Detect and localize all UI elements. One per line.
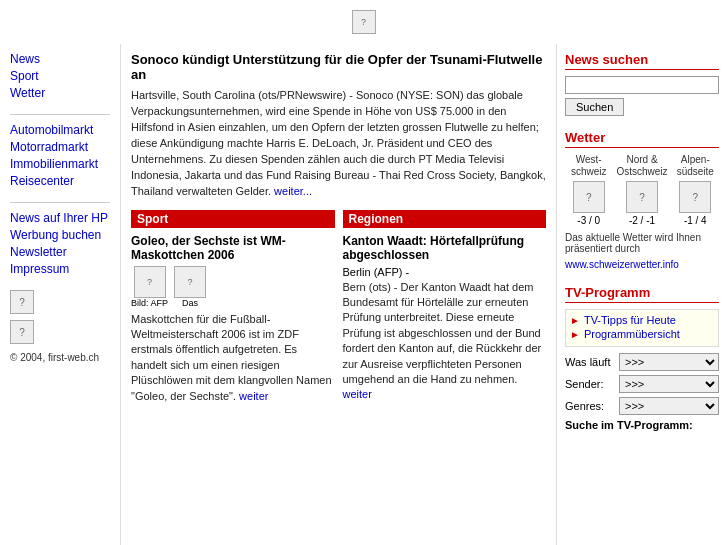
- sidebar-item-news-hp[interactable]: News auf Ihrer HP: [10, 211, 110, 225]
- tv-sender-select[interactable]: >>>: [619, 375, 719, 393]
- regions-section-header: Regionen: [343, 210, 547, 228]
- main-headline: Sonoco kündigt Unterstützung für die Opf…: [131, 52, 546, 82]
- sidebar-item-sport[interactable]: Sport: [10, 69, 110, 83]
- regions-body: Bern (ots) - Der Kanton Waadt hat dem Bu…: [343, 280, 547, 403]
- weather-temp-west: -3 / 0: [565, 215, 612, 226]
- sidebar-item-werbung[interactable]: Werbung buchen: [10, 228, 110, 242]
- sidebar-divider-1: [10, 114, 110, 115]
- main-body: Hartsville, South Carolina (ots/PRNewswi…: [131, 88, 546, 200]
- sidebar-nav-markets: Automobilmarkt Motorradmarkt Immobilienm…: [10, 123, 110, 188]
- tv-search-label: Suche im TV-Programm:: [565, 419, 719, 431]
- tv-genres-row: Genres: >>>: [565, 397, 719, 415]
- main-more-link[interactable]: weiter...: [274, 185, 312, 197]
- sport-image-2: ?: [174, 266, 206, 298]
- weather-note: Das aktuelle Wetter wird Ihnen präsentie…: [565, 232, 719, 254]
- sidebar-item-newsletter[interactable]: Newsletter: [10, 245, 110, 259]
- sidebar-item-impressum[interactable]: Impressum: [10, 262, 110, 276]
- tv-was-lauft-row: Was läuft >>>: [565, 353, 719, 371]
- sidebar-item-wetter[interactable]: Wetter: [10, 86, 110, 100]
- sidebar-item-motorradmarkt[interactable]: Motorradmarkt: [10, 140, 110, 154]
- sidebar-icon-1: ?: [10, 290, 34, 314]
- sport-image: ?: [134, 266, 166, 298]
- regions-subtitle: Berlin (AFP) -: [343, 266, 547, 278]
- weather-icon-nord: ?: [626, 181, 658, 213]
- tv-genres-label: Genres:: [565, 400, 615, 412]
- weather-cols: West-schweiz ? -3 / 0 Nord &Ostschweiz ?…: [565, 154, 719, 226]
- sport-more-link[interactable]: weiter: [239, 390, 268, 402]
- tv-was-lauft-select[interactable]: >>>: [619, 353, 719, 371]
- articles-row: Sport Goleo, der Sechste ist WM-Maskottc…: [131, 210, 546, 404]
- weather-label-west: West-schweiz: [565, 154, 612, 178]
- news-search-button[interactable]: Suchen: [565, 98, 624, 116]
- sidebar-nav-main: News Sport Wetter: [10, 52, 110, 100]
- sport-body: Maskottchen für die Fußball-Weltmeisters…: [131, 312, 335, 404]
- news-search-section: News suchen Suchen: [565, 52, 719, 116]
- tv-link-tipps-label[interactable]: TV-Tipps für Heute: [584, 314, 676, 326]
- regions-title: Kanton Waadt: Hörtefall­prüfung abgeschl…: [343, 234, 547, 262]
- sidebar: News Sport Wetter Automobilmarkt Motorra…: [0, 44, 120, 545]
- sidebar-nav-misc: News auf Ihrer HP Werbung buchen Newslet…: [10, 211, 110, 276]
- regions-article: Regionen Kanton Waadt: Hörtefall­prüfung…: [343, 210, 547, 404]
- weather-section: Wetter West-schweiz ? -3 / 0 Nord &Ostsc…: [565, 130, 719, 271]
- tv-section: TV-Programm ► TV-Tipps für Heute ► Progr…: [565, 285, 719, 431]
- sidebar-item-reisecenter[interactable]: Reisecenter: [10, 174, 110, 188]
- weather-icon-alpen: ?: [679, 181, 711, 213]
- weather-col-nord: Nord &Ostschweiz ? -2 / -1: [616, 154, 667, 226]
- sidebar-divider-2: [10, 202, 110, 203]
- weather-col-alpen: Alpen-südseite ? -1 / 4: [672, 154, 719, 226]
- sidebar-item-automobilmarkt[interactable]: Automobilmarkt: [10, 123, 110, 137]
- sport-article: Sport Goleo, der Sechste ist WM-Maskottc…: [131, 210, 335, 404]
- sport-img-row: ? Bild: AFP ? Das: [131, 266, 335, 308]
- tv-link-programm[interactable]: ► Programmübersicht: [570, 328, 714, 340]
- weather-title: Wetter: [565, 130, 719, 148]
- right-sidebar: News suchen Suchen Wetter West-schweiz ?…: [557, 44, 727, 545]
- sport-img-label: Das: [182, 298, 198, 308]
- copyright: © 2004, first-web.ch: [10, 352, 110, 363]
- sport-img-caption: Bild: AFP: [131, 298, 168, 308]
- weather-temp-alpen: -1 / 4: [672, 215, 719, 226]
- tv-links-box: ► TV-Tipps für Heute ► Programmübersicht: [565, 309, 719, 347]
- weather-link[interactable]: www.schweizerwetter.info: [565, 259, 679, 270]
- news-search-title: News suchen: [565, 52, 719, 70]
- tv-sender-label: Sender:: [565, 378, 615, 390]
- weather-col-west: West-schweiz ? -3 / 0: [565, 154, 612, 226]
- news-search-input[interactable]: [565, 76, 719, 94]
- tv-was-lauft-label: Was läuft: [565, 356, 615, 368]
- main-content: Sonoco kündigt Unterstützung für die Opf…: [120, 44, 557, 545]
- tv-genres-select[interactable]: >>>: [619, 397, 719, 415]
- weather-label-alpen: Alpen-südseite: [672, 154, 719, 178]
- sidebar-item-news[interactable]: News: [10, 52, 110, 66]
- weather-temp-nord: -2 / -1: [616, 215, 667, 226]
- weather-icon-west: ?: [573, 181, 605, 213]
- sport-title: Goleo, der Sechste ist WM-Maskottchen 20…: [131, 234, 335, 262]
- tv-link-programm-label[interactable]: Programmübersicht: [584, 328, 680, 340]
- tv-title: TV-Programm: [565, 285, 719, 303]
- tv-sender-row: Sender: >>>: [565, 375, 719, 393]
- tv-arrow-2: ►: [570, 329, 580, 340]
- sidebar-icon-2: ?: [10, 320, 34, 344]
- weather-label-nord: Nord &Ostschweiz: [616, 154, 667, 178]
- sport-section-header: Sport: [131, 210, 335, 228]
- sidebar-item-immobilienmarkt[interactable]: Immobilienmarkt: [10, 157, 110, 171]
- top-icon: ?: [352, 10, 376, 34]
- tv-arrow-1: ►: [570, 315, 580, 326]
- regions-more-link[interactable]: weiter: [343, 388, 372, 400]
- tv-link-tipps[interactable]: ► TV-Tipps für Heute: [570, 314, 714, 326]
